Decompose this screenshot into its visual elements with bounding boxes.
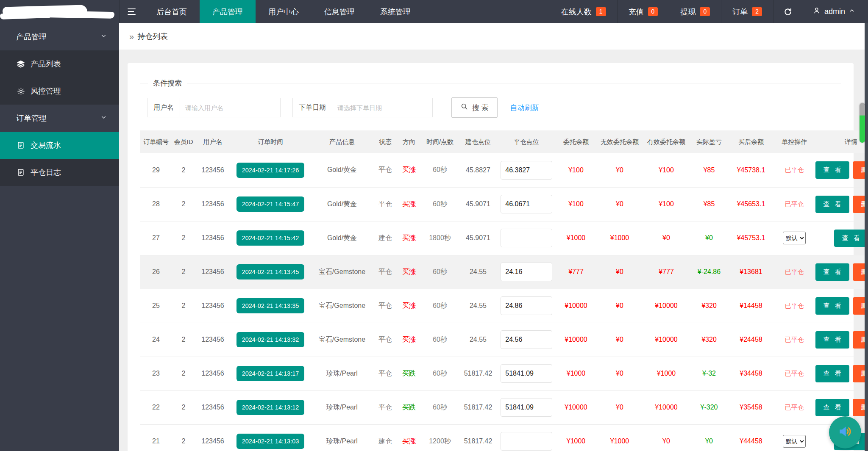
close-price-input[interactable] [501,263,552,281]
announcement-float-button[interactable] [829,416,861,448]
view-button[interactable]: 查 看 [834,230,868,247]
product-cell: Gold/黄金 [311,221,373,255]
open-price-cell: 24.55 [459,323,497,357]
nav-item[interactable]: 用户中心 [256,0,312,23]
topbar-stat[interactable]: 订单2 [721,0,773,23]
closed-status-label: 已平仓 [785,370,804,377]
close-price-input[interactable] [501,195,552,213]
auto-refresh-link[interactable]: 自动刷新 [510,103,539,113]
topbar-stat[interactable]: 充值0 [617,0,669,23]
view-button[interactable]: 查 看 [815,161,849,179]
search-button[interactable]: 搜 索 [451,97,498,118]
username: 123456 [201,336,224,343]
view-button[interactable]: 查 看 [815,365,849,382]
order-time-badge: 2024-02-21 14:13:03 [236,434,305,449]
column-header: 时间/点数 [421,130,459,153]
sidebar-group-header[interactable]: 产品管理 [0,23,119,50]
profit-amount: ¥85 [704,166,715,174]
member-id: 2 [182,336,186,343]
profit-cell: ¥-24.86 [690,255,729,289]
entrust-amount: ¥1000 [567,234,586,241]
invalid-entrust-cell: ¥0 [596,323,643,357]
order-date-input[interactable] [332,98,433,117]
view-button[interactable]: 查 看 [815,297,849,315]
order-id-cell: 26 [140,255,172,289]
close-price-input[interactable] [501,398,552,417]
chevron-down-icon [100,32,107,42]
view-button[interactable]: 查 看 [815,196,849,213]
entrust-amount: ¥100 [568,200,584,208]
order-time-cell: 2024-02-21 14:15:42 [230,221,311,255]
logo-redacted [0,0,119,23]
duration-text: 60秒 [433,302,447,309]
direction-cell: 买涨 [397,153,421,187]
invalid-entrust-amount: ¥0 [616,336,623,343]
close-price-input[interactable] [501,161,552,180]
profit-cell: ¥0 [690,424,729,451]
nav-item[interactable]: 信息管理 [312,0,367,23]
closed-status-label: 已平仓 [785,302,804,309]
search-fieldset: 条件搜索 用户名 下单日期 搜 索 自动刷新 [140,78,841,130]
entrust-cell: ¥10000 [556,323,596,357]
after-balance: ¥24458 [740,336,762,343]
control-select[interactable]: 默认 [783,435,806,448]
close-price-cell [497,357,556,390]
person-icon [812,6,821,17]
username-input[interactable] [180,98,281,117]
username-cell: 123456 [195,323,230,357]
duration-cell: 60秒 [421,289,459,323]
user-menu[interactable]: admin [803,0,868,23]
member-id: 2 [182,437,186,445]
status-cell: 平仓 [373,153,397,187]
sidebar-item[interactable]: 交易流水 [0,132,119,159]
user-name: admin [824,7,845,16]
status-text: 平仓 [378,166,392,173]
view-button[interactable]: 查 看 [815,263,849,281]
sidebar-group-header[interactable]: 订单管理 [0,105,119,132]
product-name: 宝石/Gemstone [319,336,365,343]
view-button[interactable]: 查 看 [815,331,849,349]
refresh-icon[interactable] [773,0,803,23]
close-price-input[interactable] [501,296,552,315]
order-id-cell: 27 [140,221,172,255]
username-cell: 123456 [195,289,230,323]
column-header: 订单编号 [140,130,172,153]
scrollbar-track[interactable] [865,23,868,451]
direction-cell: 买涨 [397,255,421,289]
product-cell: 宝石/Gemstone [311,289,373,323]
order-date-label: 下单日期 [292,98,332,117]
menu-toggle-icon[interactable] [119,0,144,23]
after-balance-cell: ¥14458 [729,289,773,323]
direction-text: 买涨 [402,437,416,445]
close-price-input[interactable] [501,330,552,349]
status-cell: 平仓 [373,323,397,357]
detail-cell: 查 看删 除 [815,289,868,323]
sidebar-item[interactable]: 风控管理 [0,77,119,105]
duration-cell: 60秒 [421,153,459,187]
nav-item[interactable]: 后台首页 [144,0,200,23]
layers-icon [16,59,25,69]
sidebar-item[interactable]: 产品列表 [0,50,119,77]
nav-item[interactable]: 产品管理 [200,0,256,23]
open-price: 24.55 [470,302,487,309]
column-header: 建仓点位 [459,130,497,153]
member-id-cell: 2 [172,390,195,424]
close-price-input[interactable] [501,364,552,383]
control-select[interactable]: 默认 [783,232,806,244]
sidebar-item[interactable]: 平仓日志 [0,159,119,186]
view-button[interactable]: 查 看 [815,399,849,416]
direction-text: 买涨 [402,336,416,343]
scrollbar-thumb[interactable] [860,103,865,143]
table-row: 2721234562024-02-21 14:15:42Gold/黄金建仓买涨1… [140,221,868,255]
close-price-input[interactable] [501,229,552,247]
close-price-input[interactable] [501,432,552,451]
valid-entrust-amount: ¥0 [662,437,670,445]
search-legend: 条件搜索 [148,78,187,88]
column-header: 平仓点位 [497,130,556,153]
valid-entrust-cell: ¥10000 [643,390,690,424]
topbar-stat[interactable]: 在线人数1 [550,0,617,23]
nav-item[interactable]: 系统管理 [367,0,423,23]
invalid-entrust-amount: ¥1000 [610,234,629,241]
open-price: 45.9071 [466,234,490,241]
topbar-stat[interactable]: 提现0 [669,0,721,23]
